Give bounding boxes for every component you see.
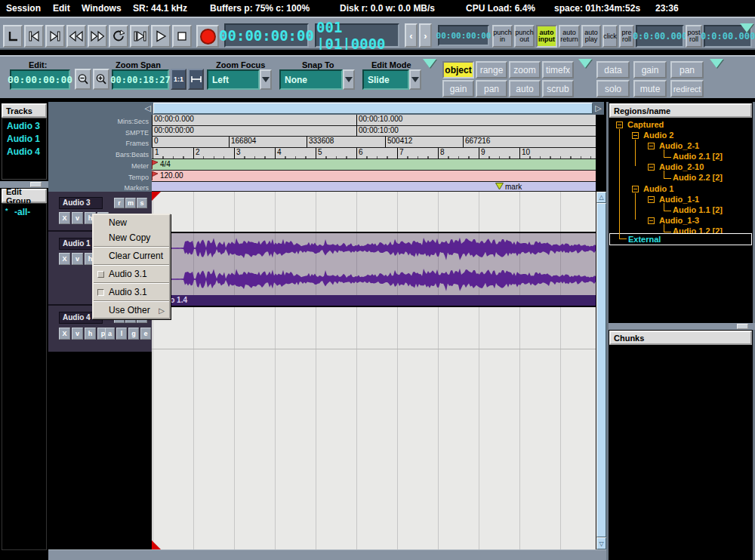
mouse-mode-zoom[interactable]: zoom [509,61,541,78]
menu-item-new-copy[interactable]: New Copy [94,230,169,245]
hscroll-thumb[interactable] [153,103,593,114]
tree-expander-icon[interactable] [648,164,655,171]
menu-item-new[interactable]: New [94,215,169,230]
region-tree-item-external[interactable]: External [609,233,752,245]
tree-expander-icon[interactable] [648,196,655,203]
track-list-item[interactable]: Audio 4 [2,144,46,157]
visual-options-button[interactable]: v [72,328,83,340]
tracks-panel-header[interactable]: Tracks [2,103,47,118]
goto-start-button[interactable] [24,25,44,48]
main-transport-clock[interactable]: 00:00:00:00 [224,23,309,48]
region-tree-item-audio1_1-region[interactable]: Audio 1.1 [2] [673,205,723,214]
track-name-field[interactable]: Audio 3 [59,197,103,209]
hide-track-button[interactable]: h [85,328,96,340]
remove-track-button[interactable]: X [59,212,70,224]
tree-expander-icon[interactable] [648,217,655,224]
zoom-one-to-one-button[interactable]: 1:1 [171,69,186,90]
ruler-minsecs[interactable]: 00:00:0.000 00:00:10.000 [152,115,596,126]
meter-value[interactable]: 4/4 [160,160,171,168]
chunks-panel-header[interactable]: Chunks [609,331,752,345]
mouse-mode-auto[interactable]: auto [509,80,541,97]
auto-play-toggle[interactable]: auto play [581,25,601,48]
monitor-mute[interactable]: mute [633,80,667,97]
menu-edit[interactable]: Edit [53,3,70,14]
remove-track-button[interactable]: X [59,253,70,265]
track-list-item[interactable]: Audio 3 [2,118,46,131]
menu-windows[interactable]: Windows [82,3,122,14]
remove-track-button[interactable]: X [59,328,70,340]
canvas-vscrollbar[interactable]: △ ▽ [596,192,606,549]
punch-out-toggle[interactable]: punch out [514,25,535,48]
zoom-focus-dropdown[interactable]: Left [207,69,272,90]
stop-button[interactable] [172,25,192,48]
region-tree-item-audio2_2-region[interactable]: Audio 2.2 [2] [673,173,723,182]
goto-zero-button[interactable] [3,25,23,48]
bars-beats-clock[interactable]: 001 |01|0000 [315,23,399,48]
loop-button[interactable] [109,25,128,48]
edit-point-clock[interactable]: 00:00:00:00 [10,69,70,90]
click-toggle[interactable]: click [602,25,618,48]
ruler-smpte[interactable]: 00:00:00:00 00:00:10:00 [152,126,596,137]
ruler-label-barsbeats[interactable]: Bars:Beats [48,151,149,158]
tree-expander-icon[interactable] [648,143,655,149]
zoom-span-clock[interactable]: 00:00:18:27 [112,69,169,90]
region-name-bar[interactable]: Audio 1.4 [152,295,596,306]
playhead-top-marker[interactable] [152,192,161,201]
canvas-hscrollbar[interactable]: ◁ ▷ [142,102,604,115]
pre-roll-clock[interactable]: 0:0:00.000 [636,25,684,48]
tree-expander-icon[interactable] [632,186,639,192]
nudge-back-button[interactable]: ‹ [405,23,418,48]
vscroll-thumb[interactable] [596,203,606,537]
mouse-mode-pan[interactable]: pan [476,80,507,97]
mouse-mode-gain[interactable]: gain [442,80,474,97]
edit-group-active-mark[interactable]: * [5,207,8,214]
group-button[interactable]: g [128,328,139,340]
punch-in-toggle[interactable]: punch in [492,25,513,48]
zoom-focus-dropdown-button[interactable] [260,69,272,90]
automation-button[interactable]: a [105,328,115,340]
edit-group-panel-header[interactable]: Edit Group [2,189,47,203]
tree-expander-icon[interactable] [616,122,623,128]
ruler-label-minsecs[interactable]: Mins:Secs [48,118,149,125]
auto-return-toggle[interactable]: auto return [559,25,580,48]
mute-button[interactable]: m [125,198,136,208]
nudge-clock[interactable]: 00:00:00:00 [438,25,489,46]
monitor-redirect[interactable]: redirect [670,80,704,97]
ruler-markers[interactable]: mark [152,182,596,192]
ruler-frames[interactable]: 0 166804 333608 500412 667216 [152,137,596,148]
mouse-mode-range[interactable]: range [476,61,507,78]
zoom-out-button[interactable] [75,69,91,90]
regions-panel-header[interactable]: Regions/name [609,103,752,118]
region-tree-item-captured[interactable]: Captured [627,120,664,129]
edit-group-item[interactable]: -all- [2,204,46,217]
region-tree-item-audio1[interactable]: Audio 1 [643,184,673,193]
menu-item-playlist-audio31-b[interactable]: Audio 3.1 [94,285,169,300]
record-button[interactable] [196,25,219,48]
track-list-item[interactable]: Audio 1 [2,131,46,144]
edit-button[interactable]: e [140,328,151,340]
goto-end-button[interactable] [45,25,65,48]
transport-options-dropdown-icon[interactable] [740,23,753,32]
snap-to-dropdown[interactable]: None [279,69,355,90]
edit-mode-dropdown-button[interactable] [409,69,421,90]
meter-flag-icon[interactable] [152,160,159,169]
playhead-bottom-marker[interactable] [152,540,161,549]
ruler-bars-beats[interactable]: 1 2 3 4 5 6 7 8 9 10 [152,148,596,159]
snap-to-dropdown-button[interactable] [343,69,355,90]
edit-mode-dropdown[interactable]: Slide [362,69,421,90]
visual-options-button[interactable]: v [72,212,83,224]
monitor-data[interactable]: data [596,61,630,78]
pane-separator[interactable] [606,102,609,560]
menu-session[interactable]: Session [6,3,41,14]
ruler-meter[interactable]: 4/4 [152,159,596,171]
ruler-label-tempo[interactable]: Tempo [48,174,149,181]
play-selection-button[interactable] [130,25,149,48]
ruler-label-markers[interactable]: Markers [48,184,149,192]
monitor-options-dropdown-icon[interactable] [710,59,723,68]
zoom-fit-button[interactable] [188,69,204,90]
mouse-mode-timefx[interactable]: timefx [542,61,574,78]
region-tree-item-audio2[interactable]: Audio 2 [643,131,673,140]
ruler-tempo[interactable]: 120.00 [152,171,596,182]
track-canvas[interactable]: Audio 1.4 [152,192,596,549]
region-tree-item-audio2_1-region[interactable]: Audio 2.1 [2] [673,152,723,161]
